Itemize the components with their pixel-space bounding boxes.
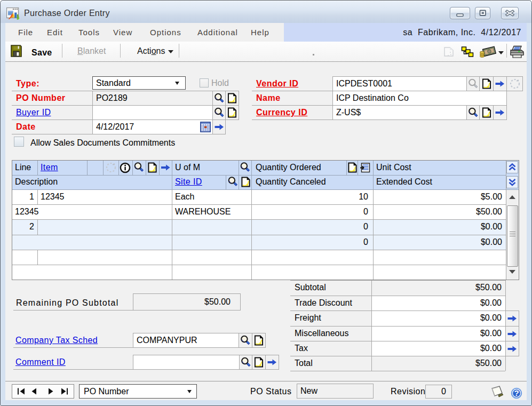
svg-text:?: ? [514, 388, 519, 397]
